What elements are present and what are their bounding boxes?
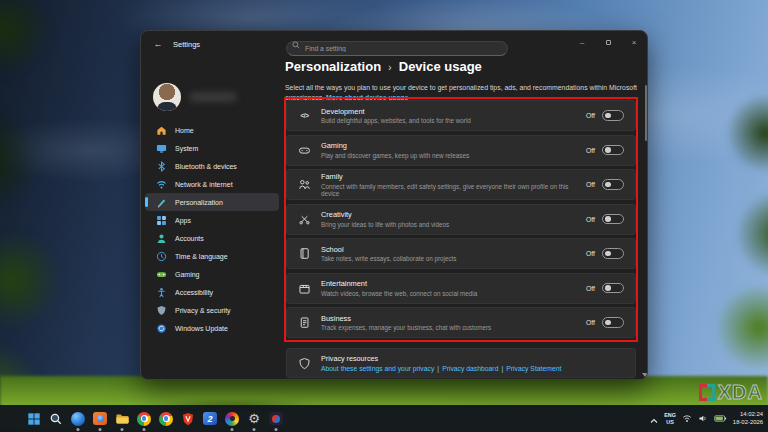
xda-watermark: XDA <box>699 382 763 402</box>
sidebar-nav: Home System Bluetooth & devices Network … <box>145 121 279 337</box>
scrollbar-thumb[interactable] <box>645 85 648 141</box>
page-title: Device usage <box>399 59 482 74</box>
gaming-toggle[interactable] <box>602 145 624 156</box>
setting-title: Business <box>321 314 491 323</box>
close-button[interactable]: × <box>621 31 647 53</box>
xda-bracket-left <box>699 384 707 401</box>
device-usage-list: </> Development Build delightful apps, w… <box>286 100 636 338</box>
chrome-icon <box>137 412 151 426</box>
tray-wifi-icon[interactable] <box>682 414 692 423</box>
chrome-2-button[interactable] <box>158 411 174 427</box>
sidebar-item-accounts[interactable]: Accounts <box>145 229 279 247</box>
colorful-browser-button[interactable] <box>224 411 240 427</box>
desktop: ← Settings – × Home <box>0 0 768 432</box>
school-toggle[interactable] <box>602 248 624 259</box>
breadcrumb-parent[interactable]: Personalization <box>285 59 381 74</box>
user-name-redacted <box>189 92 237 102</box>
tray-date: 18-02-2026 <box>733 419 763 427</box>
taskbar-app-dark[interactable] <box>268 411 284 427</box>
user-profile[interactable] <box>153 83 237 111</box>
clock[interactable]: 14:02:24 18-02-2026 <box>733 411 763 426</box>
orange-app-icon <box>93 412 107 426</box>
creativity-toggle[interactable] <box>602 214 624 225</box>
apps-icon <box>156 215 167 226</box>
sidebar-item-label: Privacy & security <box>175 307 231 314</box>
sidebar-item-apps[interactable]: Apps <box>145 211 279 229</box>
setting-subtitle: Play and discover games, keep up with ne… <box>321 152 469 159</box>
setting-subtitle: Build delightful apps, websites, and too… <box>321 117 471 124</box>
setting-subtitle: Connect with family members, edit safety… <box>321 183 586 197</box>
sidebar-item-label: Network & internet <box>175 181 233 188</box>
sidebar-item-label: Accounts <box>175 235 204 242</box>
setting-subtitle: Take notes, write essays, collaborate on… <box>321 255 456 262</box>
back-button[interactable]: ← <box>147 35 169 53</box>
start-button[interactable] <box>26 411 42 427</box>
business-toggle[interactable] <box>602 317 624 328</box>
breadcrumb: Personalization › Device usage <box>285 59 482 74</box>
privacy-statement-link[interactable]: Privacy Statement <box>506 365 561 372</box>
windows-logo-icon <box>27 412 41 426</box>
window-title: Settings <box>173 40 200 49</box>
chrome-icon <box>159 412 173 426</box>
wallpaper-tree <box>0 0 110 432</box>
taskbar-search-button[interactable] <box>48 411 64 427</box>
dark-app-icon <box>269 412 283 426</box>
avatar <box>153 83 181 111</box>
taskbar-app-orange[interactable] <box>92 411 108 427</box>
sidebar-item-windows-update[interactable]: Windows Update <box>145 319 279 337</box>
settings-gear-button[interactable]: ⚙ <box>246 411 262 427</box>
app-blue-2-button[interactable]: 2 <box>202 411 218 427</box>
system-icon <box>156 143 167 154</box>
language-indicator[interactable]: ENG US <box>664 412 676 426</box>
file-explorer-button[interactable] <box>114 411 130 427</box>
sidebar-item-personalization[interactable]: Personalization <box>145 193 279 211</box>
search-box <box>286 37 508 52</box>
family-icon <box>298 178 311 191</box>
entertainment-toggle[interactable] <box>602 283 624 294</box>
tray-volume-icon[interactable] <box>698 414 708 423</box>
taskbar-app-blue-sphere[interactable] <box>70 411 86 427</box>
back-arrow-icon: ← <box>154 39 163 49</box>
personalization-icon <box>156 197 167 208</box>
sidebar-item-accessibility[interactable]: Accessibility <box>145 283 279 301</box>
family-toggle[interactable] <box>602 179 624 190</box>
privacy-resources-title: Privacy resources <box>321 354 561 363</box>
privacy-shield-icon <box>298 357 311 370</box>
setting-row-entertainment: Entertainment Watch videos, browse the w… <box>286 273 636 304</box>
settings-window: ← Settings – × Home <box>140 30 648 380</box>
notebook-icon <box>298 247 311 260</box>
toggle-state-label: Off <box>586 112 595 119</box>
update-icon <box>156 323 167 334</box>
sidebar-item-bluetooth-devices[interactable]: Bluetooth & devices <box>145 157 279 175</box>
page-content: Personalization › Device usage Select al… <box>283 57 648 380</box>
sidebar-item-gaming[interactable]: Gaming <box>145 265 279 283</box>
sidebar-item-system[interactable]: System <box>145 139 279 157</box>
about-settings-privacy-link[interactable]: About these settings and your privacy <box>321 365 434 372</box>
red-shield-v-icon <box>181 412 195 426</box>
shield-v-browser-button[interactable] <box>180 411 196 427</box>
privacy-dashboard-link[interactable]: Privacy dashboard <box>442 365 498 372</box>
accessibility-icon <box>156 287 167 298</box>
sidebar-item-label: Time & language <box>175 253 228 260</box>
sidebar-item-home[interactable]: Home <box>145 121 279 139</box>
minimize-button[interactable]: – <box>569 31 595 53</box>
sidebar-item-label: Apps <box>175 217 191 224</box>
gear-icon: ⚙ <box>248 412 260 425</box>
toggle-state-label: Off <box>586 319 595 326</box>
search-input[interactable] <box>286 41 508 56</box>
system-tray: ENG US 14:02:24 18-02-2026 <box>650 410 768 428</box>
maximize-button[interactable] <box>595 31 621 53</box>
tray-battery-icon[interactable] <box>714 414 727 423</box>
tray-chevron-up-icon[interactable] <box>650 410 658 428</box>
sidebar-item-privacy-security[interactable]: Privacy & security <box>145 301 279 319</box>
window-controls: – × <box>569 31 647 53</box>
chrome-button[interactable] <box>136 411 152 427</box>
sidebar-item-label: System <box>175 145 198 152</box>
toggle-state-label: Off <box>586 181 595 188</box>
development-toggle[interactable] <box>602 110 624 121</box>
setting-title: Development <box>321 107 471 116</box>
gamepad-icon <box>156 269 167 280</box>
sidebar-item-time-language[interactable]: Time & language <box>145 247 279 265</box>
sidebar-item-network-internet[interactable]: Network & internet <box>145 175 279 193</box>
rainbow-circle-icon <box>225 412 239 426</box>
